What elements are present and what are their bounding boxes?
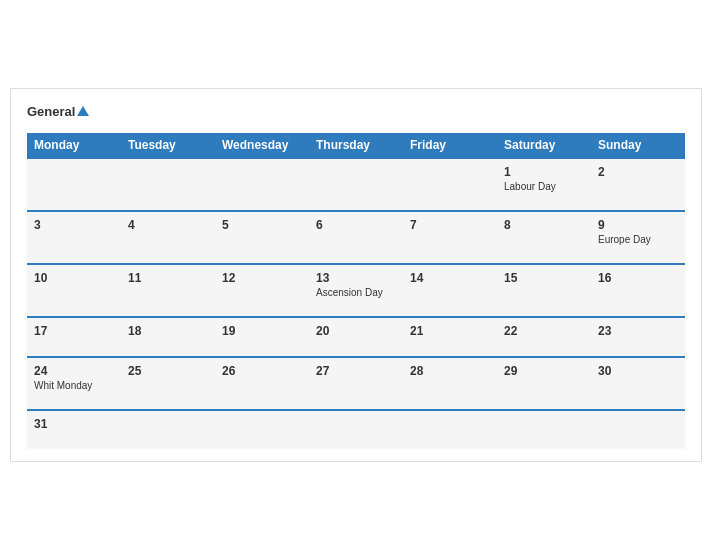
weekday-header-thursday: Thursday xyxy=(309,133,403,158)
day-number: 10 xyxy=(34,271,114,285)
week-row-4: 24Whit Monday252627282930 xyxy=(27,357,685,410)
calendar-cell: 8 xyxy=(497,211,591,264)
calendar-cell: 5 xyxy=(215,211,309,264)
holiday-name: Labour Day xyxy=(504,181,584,192)
calendar-cell: 17 xyxy=(27,317,121,357)
day-number: 18 xyxy=(128,324,208,338)
day-number: 25 xyxy=(128,364,208,378)
calendar-cell xyxy=(497,410,591,449)
calendar-cell: 29 xyxy=(497,357,591,410)
day-number: 6 xyxy=(316,218,396,232)
weekday-header-monday: Monday xyxy=(27,133,121,158)
calendar-cell: 13Ascension Day xyxy=(309,264,403,317)
calendar-cell xyxy=(121,410,215,449)
day-number: 27 xyxy=(316,364,396,378)
logo-triangle-icon xyxy=(77,106,89,116)
day-number: 16 xyxy=(598,271,678,285)
weekday-header-friday: Friday xyxy=(403,133,497,158)
day-number: 22 xyxy=(504,324,584,338)
day-number: 23 xyxy=(598,324,678,338)
day-number: 12 xyxy=(222,271,302,285)
holiday-name: Ascension Day xyxy=(316,287,396,298)
calendar-cell: 22 xyxy=(497,317,591,357)
calendar-cell xyxy=(309,158,403,211)
weekday-header-saturday: Saturday xyxy=(497,133,591,158)
calendar-cell: 31 xyxy=(27,410,121,449)
calendar-cell: 20 xyxy=(309,317,403,357)
calendar-container: General MondayTuesdayWednesdayThursdayFr… xyxy=(10,88,702,462)
day-number: 3 xyxy=(34,218,114,232)
logo-general-text: General xyxy=(27,105,89,119)
calendar-cell: 4 xyxy=(121,211,215,264)
day-number: 13 xyxy=(316,271,396,285)
holiday-name: Europe Day xyxy=(598,234,678,245)
calendar-cell: 12 xyxy=(215,264,309,317)
week-row-0: 1Labour Day2 xyxy=(27,158,685,211)
day-number: 28 xyxy=(410,364,490,378)
day-number: 26 xyxy=(222,364,302,378)
calendar-cell xyxy=(309,410,403,449)
calendar-cell: 26 xyxy=(215,357,309,410)
calendar-cell: 6 xyxy=(309,211,403,264)
day-number: 14 xyxy=(410,271,490,285)
calendar-cell: 3 xyxy=(27,211,121,264)
week-row-5: 31 xyxy=(27,410,685,449)
day-number: 31 xyxy=(34,417,114,431)
day-number: 24 xyxy=(34,364,114,378)
calendar-cell: 10 xyxy=(27,264,121,317)
calendar-cell: 19 xyxy=(215,317,309,357)
calendar-cell xyxy=(403,410,497,449)
calendar-cell: 9Europe Day xyxy=(591,211,685,264)
calendar-cell xyxy=(591,410,685,449)
calendar-header: General xyxy=(27,105,685,119)
weekday-header-row: MondayTuesdayWednesdayThursdayFridaySatu… xyxy=(27,133,685,158)
day-number: 7 xyxy=(410,218,490,232)
calendar-cell: 16 xyxy=(591,264,685,317)
day-number: 21 xyxy=(410,324,490,338)
day-number: 8 xyxy=(504,218,584,232)
day-number: 2 xyxy=(598,165,678,179)
day-number: 9 xyxy=(598,218,678,232)
calendar-cell xyxy=(215,410,309,449)
logo: General xyxy=(27,105,89,119)
day-number: 11 xyxy=(128,271,208,285)
day-number: 20 xyxy=(316,324,396,338)
day-number: 4 xyxy=(128,218,208,232)
day-number: 15 xyxy=(504,271,584,285)
week-row-1: 3456789Europe Day xyxy=(27,211,685,264)
calendar-cell: 27 xyxy=(309,357,403,410)
calendar-cell: 28 xyxy=(403,357,497,410)
calendar-cell: 23 xyxy=(591,317,685,357)
day-number: 29 xyxy=(504,364,584,378)
calendar-cell xyxy=(121,158,215,211)
holiday-name: Whit Monday xyxy=(34,380,114,391)
day-number: 1 xyxy=(504,165,584,179)
calendar-cell: 30 xyxy=(591,357,685,410)
weekday-header-wednesday: Wednesday xyxy=(215,133,309,158)
weekday-header-sunday: Sunday xyxy=(591,133,685,158)
day-number: 17 xyxy=(34,324,114,338)
day-number: 5 xyxy=(222,218,302,232)
calendar-cell xyxy=(403,158,497,211)
calendar-cell: 24Whit Monday xyxy=(27,357,121,410)
calendar-grid: MondayTuesdayWednesdayThursdayFridaySatu… xyxy=(27,133,685,449)
calendar-cell: 14 xyxy=(403,264,497,317)
calendar-cell: 7 xyxy=(403,211,497,264)
week-row-3: 17181920212223 xyxy=(27,317,685,357)
weekday-header-tuesday: Tuesday xyxy=(121,133,215,158)
calendar-cell: 15 xyxy=(497,264,591,317)
calendar-cell: 25 xyxy=(121,357,215,410)
week-row-2: 10111213Ascension Day141516 xyxy=(27,264,685,317)
calendar-cell: 1Labour Day xyxy=(497,158,591,211)
calendar-cell xyxy=(215,158,309,211)
calendar-cell: 21 xyxy=(403,317,497,357)
day-number: 30 xyxy=(598,364,678,378)
day-number: 19 xyxy=(222,324,302,338)
calendar-cell: 18 xyxy=(121,317,215,357)
calendar-cell: 11 xyxy=(121,264,215,317)
calendar-cell xyxy=(27,158,121,211)
calendar-cell: 2 xyxy=(591,158,685,211)
